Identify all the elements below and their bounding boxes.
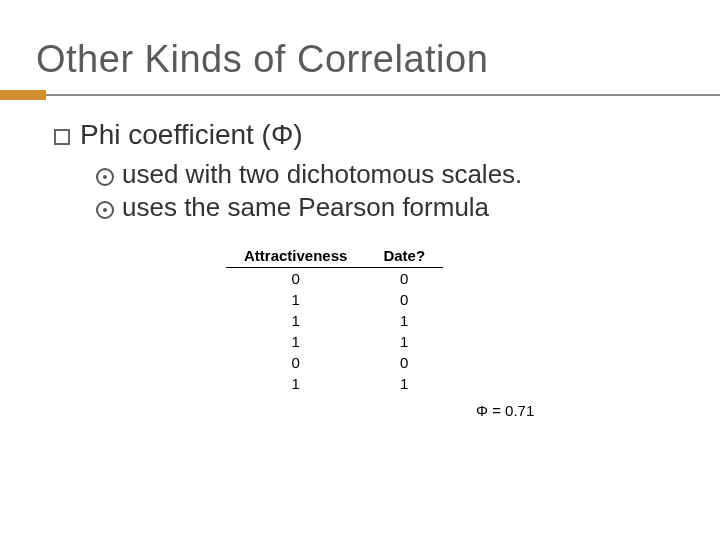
square-bullet-icon	[54, 129, 70, 145]
phi-result: Φ = 0.71	[476, 402, 684, 419]
title-rule-accent	[0, 90, 46, 100]
bullet-level2: uses the same Pearson formula	[96, 192, 684, 223]
title-rule-line	[0, 94, 720, 96]
table-row: 0 0	[226, 352, 443, 373]
bullet-level2: used with two dichotomous scales.	[96, 159, 684, 190]
odot-bullet-icon	[96, 168, 114, 186]
page-title: Other Kinds of Correlation	[36, 38, 684, 81]
bullet-level1: Phi coefficient (Φ)	[54, 119, 684, 151]
table-cell: 0	[226, 268, 365, 290]
table-cell: 0	[226, 352, 365, 373]
table-cell: 1	[226, 331, 365, 352]
bullet-level2-text: used with two dichotomous scales.	[122, 159, 522, 190]
table-row: 0 0	[226, 268, 443, 290]
table-row: 1 1	[226, 310, 443, 331]
table-row: 1 1	[226, 331, 443, 352]
table-cell: 1	[365, 331, 443, 352]
table-cell: 1	[365, 373, 443, 394]
bullet-level2-text: uses the same Pearson formula	[122, 192, 489, 223]
slide: Other Kinds of Correlation Phi coefficie…	[0, 0, 720, 540]
data-table: Attractiveness Date? 0 0 1 0 1 1	[226, 245, 443, 394]
table-header-row: Attractiveness Date?	[226, 245, 443, 268]
table-row: 1 1	[226, 373, 443, 394]
table-cell: 0	[365, 352, 443, 373]
table-cell: 0	[365, 289, 443, 310]
table-cell: 1	[226, 289, 365, 310]
table-header: Date?	[365, 245, 443, 268]
table-cell: 1	[226, 310, 365, 331]
odot-bullet-icon	[96, 201, 114, 219]
title-rule	[0, 90, 720, 100]
bullet-level1-text: Phi coefficient (Φ)	[80, 119, 303, 151]
table-header: Attractiveness	[226, 245, 365, 268]
table-row: 1 0	[226, 289, 443, 310]
content-area: Phi coefficient (Φ) used with two dichot…	[36, 119, 684, 419]
table-cell: 1	[365, 310, 443, 331]
table-cell: 0	[365, 268, 443, 290]
data-table-wrap: Attractiveness Date? 0 0 1 0 1 1	[226, 245, 684, 394]
table-cell: 1	[226, 373, 365, 394]
